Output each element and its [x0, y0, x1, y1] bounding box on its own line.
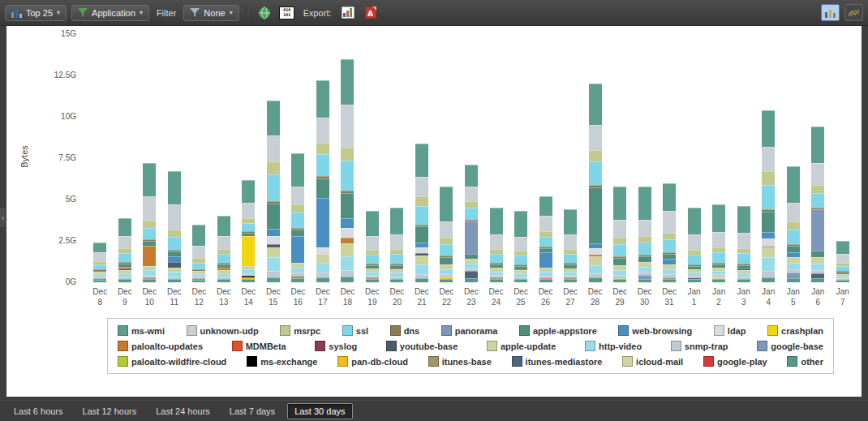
- bar-segment-unknown-udp[interactable]: [787, 203, 800, 221]
- bar-segment-ldap[interactable]: [316, 247, 329, 254]
- bar-segment-snmp-trap[interactable]: [341, 270, 354, 277]
- bar-segment-ms-wmi[interactable]: [811, 127, 824, 163]
- bar-segment-other[interactable]: [712, 279, 725, 282]
- legend-item-icloud-mail[interactable]: icloud-mail: [622, 356, 683, 367]
- legend-item-pan-db-cloud[interactable]: pan-db-cloud: [337, 356, 408, 367]
- legend-item-itunes-base[interactable]: itunes-base: [428, 356, 492, 367]
- bar-segment-apple-appstore[interactable]: [267, 204, 280, 229]
- bar-segment-unknown-udp[interactable]: [242, 203, 255, 217]
- bar-segment-snmp-trap[interactable]: [267, 271, 280, 277]
- bar-segment-apple-update[interactable]: [762, 247, 775, 257]
- legend-item-ldap[interactable]: ldap: [714, 325, 746, 336]
- bar-segment-ssl[interactable]: [613, 244, 626, 256]
- time-range-last-6-hours[interactable]: Last 6 hours: [6, 403, 71, 419]
- bar-segment-unknown-udp[interactable]: [168, 204, 181, 230]
- bar-segment-web-browsing[interactable]: [762, 232, 775, 238]
- bar-segment-msrpc[interactable]: [787, 221, 800, 230]
- bar-segment-ms-wmi[interactable]: [539, 196, 552, 216]
- bar-segment-other[interactable]: [787, 278, 800, 282]
- bar-segment-msrpc[interactable]: [613, 238, 626, 244]
- bar-segment-other[interactable]: [415, 278, 428, 282]
- bar-segment-ssl[interactable]: [192, 263, 205, 269]
- bar-segment-unknown-udp[interactable]: [192, 246, 205, 258]
- bar-segment-other[interactable]: [564, 279, 577, 282]
- bar-segment-ssl[interactable]: [143, 228, 156, 239]
- legend-item-youtube-base[interactable]: youtube-base: [386, 341, 458, 351]
- bar-segment-apple-update[interactable]: [316, 254, 329, 262]
- bar-segment-apple-update[interactable]: [589, 256, 602, 264]
- bar-segment-other[interactable]: [465, 278, 478, 282]
- bar-segment-other[interactable]: [613, 279, 626, 282]
- legend-item-other[interactable]: other: [787, 356, 823, 367]
- bar-segment-unknown-udp[interactable]: [217, 236, 230, 249]
- bar-segment-apple-update[interactable]: [811, 257, 824, 263]
- bar-segment-other[interactable]: [688, 279, 701, 282]
- stacked-bar[interactable]: [366, 211, 379, 282]
- stacked-bar[interactable]: [143, 163, 156, 282]
- bar-segment-unknown-udp[interactable]: [663, 211, 676, 233]
- stacked-bar[interactable]: [93, 243, 106, 282]
- bar-segment-ssl[interactable]: [465, 208, 478, 219]
- bar-segment-unknown-udp[interactable]: [613, 220, 626, 238]
- bar-segment-other[interactable]: [316, 277, 329, 282]
- time-range-last-24-hours[interactable]: Last 24 hours: [148, 403, 217, 419]
- bar-segment-ssl[interactable]: [514, 256, 527, 264]
- bar-segment-msrpc[interactable]: [143, 221, 156, 228]
- bar-segment-paloalto-updates[interactable]: [341, 238, 354, 243]
- line-chart-view-toggle[interactable]: [844, 4, 863, 21]
- bar-segment-apple-appstore[interactable]: [440, 257, 453, 264]
- legend-item-unknown-udp[interactable]: unknown-udp: [187, 325, 259, 336]
- bar-segment-ms-wmi[interactable]: [440, 187, 453, 221]
- stacked-bar[interactable]: [539, 196, 552, 282]
- bar-segment-ssl[interactable]: [638, 243, 651, 255]
- bar-segment-http-video[interactable]: [341, 256, 354, 269]
- bar-segment-ssl[interactable]: [118, 253, 131, 261]
- bar-segment-msrpc[interactable]: [168, 230, 181, 237]
- bar-segment-http-video[interactable]: [787, 263, 800, 269]
- bar-segment-unknown-udp[interactable]: [589, 125, 602, 150]
- bar-segment-msrpc[interactable]: [663, 233, 676, 239]
- bar-segment-other[interactable]: [291, 278, 304, 282]
- bar-segment-unknown-udp[interactable]: [366, 236, 379, 250]
- legend-item-ms-wmi[interactable]: ms-wmi: [118, 325, 165, 336]
- bar-segment-ssl[interactable]: [787, 230, 800, 244]
- bar-segment-web-browsing[interactable]: [291, 236, 304, 263]
- bar-segment-unknown-udp[interactable]: [316, 118, 329, 143]
- bar-segment-ssl[interactable]: [490, 254, 503, 262]
- time-range-last-30-days[interactable]: Last 30 days: [287, 403, 352, 419]
- bar-segment-ms-wmi[interactable]: [787, 166, 800, 203]
- legend-item-snmp-trap[interactable]: snmp-trap: [671, 341, 728, 351]
- bar-segment-ssl[interactable]: [267, 174, 280, 201]
- bar-segment-unknown-udp[interactable]: [514, 237, 527, 251]
- time-range-last-12-hours[interactable]: Last 12 hours: [75, 403, 144, 419]
- bar-segment-other[interactable]: [192, 280, 205, 282]
- bar-segment-unknown-udp[interactable]: [341, 105, 354, 148]
- bar-segment-itunes-mediastore[interactable]: [465, 271, 478, 278]
- bar-segment-other[interactable]: [836, 280, 849, 282]
- bar-segment-ms-wmi[interactable]: [217, 216, 230, 235]
- bar-segment-panorama[interactable]: [811, 209, 824, 251]
- bar-segment-ssl[interactable]: [589, 161, 602, 185]
- stacked-bar[interactable]: [836, 241, 849, 282]
- bar-segment-other[interactable]: [762, 277, 775, 282]
- bar-segment-msrpc[interactable]: [341, 148, 354, 161]
- bar-segment-msrpc[interactable]: [267, 161, 280, 174]
- bar-segment-apple-update[interactable]: [341, 243, 354, 256]
- bar-segment-ssl[interactable]: [366, 255, 379, 263]
- bar-segment-crashplan[interactable]: [242, 236, 255, 266]
- globe-button[interactable]: [256, 4, 273, 22]
- bar-segment-unknown-udp[interactable]: [390, 234, 403, 249]
- bar-segment-ssl[interactable]: [242, 223, 255, 231]
- stacked-bar[interactable]: [762, 110, 775, 282]
- bar-segment-apple-appstore[interactable]: [341, 193, 354, 218]
- top-n-dropdown[interactable]: Top 25 ▾: [5, 5, 67, 21]
- bar-segment-msrpc[interactable]: [415, 196, 428, 206]
- bar-segment-apple-appstore[interactable]: [811, 251, 824, 257]
- stacked-bar[interactable]: [341, 59, 354, 282]
- legend-item-msrpc[interactable]: msrpc: [280, 325, 320, 336]
- bar-segment-ssl[interactable]: [663, 239, 676, 252]
- bar-segment-ms-wmi[interactable]: [168, 171, 181, 204]
- bar-segment-unknown-udp[interactable]: [836, 254, 849, 262]
- bar-segment-google-base[interactable]: [787, 273, 800, 278]
- bar-segment-http-video[interactable]: [267, 257, 280, 270]
